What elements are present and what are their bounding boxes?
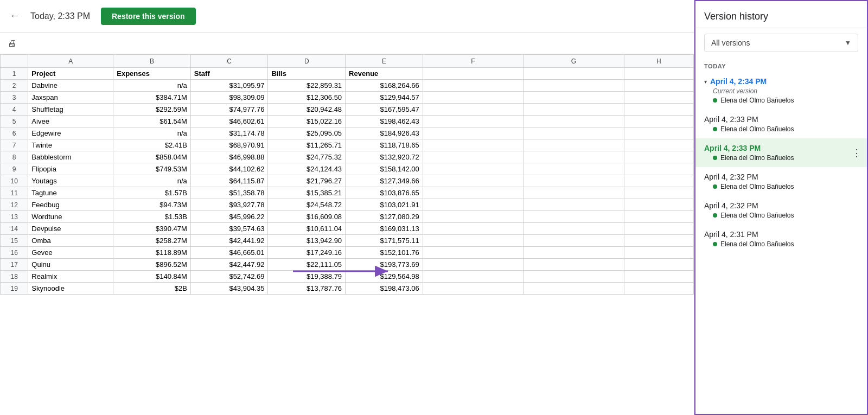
spreadsheet: A B C D E F G H 1ProjectExpensesStaffBil… bbox=[0, 54, 694, 295]
cell-c: $68,970.91 bbox=[190, 139, 268, 151]
cell-c: $31,095.97 bbox=[190, 80, 268, 92]
version-entry[interactable]: April 4, 2:32 PMElena del Olmo Bañuelos bbox=[695, 196, 867, 225]
cell-b: n/a bbox=[113, 175, 191, 187]
more-options-button[interactable]: ⋮ bbox=[852, 147, 861, 159]
cell-b: $292.59M bbox=[113, 104, 191, 116]
cell-e: $193,773.69 bbox=[346, 259, 423, 271]
cell-e: $171,575.11 bbox=[346, 235, 423, 247]
cell-b: $61.54M bbox=[113, 116, 191, 127]
cell-h bbox=[624, 247, 693, 259]
cell-b: $2B bbox=[113, 283, 191, 295]
version-user: Elena del Olmo Bañuelos bbox=[713, 183, 858, 190]
cell-h bbox=[624, 151, 693, 163]
cell-e: $169,031.13 bbox=[346, 223, 423, 235]
version-user: Elena del Olmo Bañuelos bbox=[713, 125, 858, 133]
filter-dropdown[interactable]: All versions ▼ bbox=[704, 34, 858, 52]
cell-b: $140.84M bbox=[113, 271, 191, 283]
cell-b: $118.89M bbox=[113, 247, 191, 259]
cell-e: $168,264.66 bbox=[346, 80, 423, 92]
cell-a: Project bbox=[28, 68, 113, 80]
cell-d: $12,306.50 bbox=[268, 92, 346, 104]
col-header-g: G bbox=[524, 55, 624, 68]
user-dot-icon bbox=[713, 213, 717, 218]
cell-c: $45,996.22 bbox=[190, 211, 268, 223]
version-entry[interactable]: ▾April 4, 2:34 PMCurrent versionElena de… bbox=[695, 72, 867, 110]
cell-c: $42,441.92 bbox=[190, 235, 268, 247]
table-row: 7Twinte$2.41B$68,970.91$11,265.71$118,71… bbox=[1, 139, 694, 151]
cell-h bbox=[624, 80, 693, 92]
cell-g bbox=[524, 139, 624, 151]
cell-c: $46,998.88 bbox=[190, 151, 268, 163]
cell-e: $198,462.43 bbox=[346, 116, 423, 127]
cell-b: n/a bbox=[113, 80, 191, 92]
version-entry[interactable]: April 4, 2:33 PMElena del Olmo Bañuelos bbox=[695, 110, 867, 138]
cell-f bbox=[423, 68, 523, 80]
cell-g bbox=[524, 223, 624, 235]
left-panel: ← Today, 2:33 PM Restore this version 🖨 bbox=[0, 0, 694, 415]
cell-e: $158,142.00 bbox=[346, 163, 423, 175]
version-history-title: Version history bbox=[695, 1, 867, 28]
cell-g bbox=[524, 259, 624, 271]
cell-a: Aivee bbox=[28, 116, 113, 127]
cell-d: $11,265.71 bbox=[268, 139, 346, 151]
filter-arrow-icon: ▼ bbox=[845, 39, 851, 47]
cell-e: $127,349.66 bbox=[346, 175, 423, 187]
user-dot-icon bbox=[713, 156, 717, 160]
version-entry[interactable]: April 4, 2:32 PMElena del Olmo Bañuelos bbox=[695, 167, 867, 196]
cell-c: Staff bbox=[190, 68, 268, 80]
cell-c: $39,574.63 bbox=[190, 223, 268, 235]
cell-d: $17,249.16 bbox=[268, 247, 346, 259]
user-name: Elena del Olmo Bañuelos bbox=[720, 125, 794, 133]
cell-a: Dabvine bbox=[28, 80, 113, 92]
version-entry[interactable]: April 4, 2:31 PMElena del Olmo Bañuelos bbox=[695, 225, 867, 253]
cell-e: $103,876.65 bbox=[346, 187, 423, 199]
cell-e: $198,473.06 bbox=[346, 283, 423, 295]
version-entry-top: April 4, 2:31 PM bbox=[704, 230, 858, 239]
expand-arrow-icon: ▾ bbox=[704, 79, 707, 85]
current-version-label: Current version bbox=[713, 87, 858, 95]
cell-h bbox=[624, 175, 693, 187]
cell-h bbox=[624, 283, 693, 295]
cell-h bbox=[624, 92, 693, 104]
back-button[interactable]: ← bbox=[10, 10, 20, 22]
cell-h bbox=[624, 104, 693, 116]
cell-f bbox=[423, 283, 523, 295]
cell-g bbox=[524, 175, 624, 187]
cell-g bbox=[524, 271, 624, 283]
cell-e: $129,564.98 bbox=[346, 271, 423, 283]
cell-c: $52,742.69 bbox=[190, 271, 268, 283]
row-number: 6 bbox=[1, 127, 28, 139]
restore-button[interactable]: Restore this version bbox=[101, 8, 196, 25]
version-entry-top: April 4, 2:32 PM bbox=[704, 173, 858, 181]
cell-f bbox=[423, 187, 523, 199]
cell-d: Bills bbox=[268, 68, 346, 80]
cell-d: $13,942.90 bbox=[268, 235, 346, 247]
cell-h bbox=[624, 116, 693, 127]
user-name: Elena del Olmo Bañuelos bbox=[720, 212, 794, 219]
table-row: 17Quinu$896.52M$42,447.92$22,111.05$193,… bbox=[1, 259, 694, 271]
cell-a: Babblestorm bbox=[28, 151, 113, 163]
cell-a: Feedbug bbox=[28, 199, 113, 211]
today-section-label: TODAY bbox=[695, 58, 867, 72]
table-row: 9Flipopia$749.53M$44,102.62$24,124.43$15… bbox=[1, 163, 694, 175]
table-row: 1ProjectExpensesStaffBillsRevenue bbox=[1, 68, 694, 80]
print-icon[interactable]: 🖨 bbox=[8, 39, 16, 48]
cell-d: $21,796.27 bbox=[268, 175, 346, 187]
row-number: 1 bbox=[1, 68, 28, 80]
row-number: 7 bbox=[1, 139, 28, 151]
table-row: 12Feedbug$94.73M$93,927.78$24,548.72$103… bbox=[1, 199, 694, 211]
user-dot-icon bbox=[713, 242, 717, 246]
cell-a: Youtags bbox=[28, 175, 113, 187]
cell-d: $15,385.21 bbox=[268, 187, 346, 199]
cell-e: $132,920.72 bbox=[346, 151, 423, 163]
table-row: 4Shuffletag$292.59M$74,977.76$20,942.48$… bbox=[1, 104, 694, 116]
table-row: 15Omba$258.27M$42,441.92$13,942.90$171,5… bbox=[1, 235, 694, 247]
row-number: 8 bbox=[1, 151, 28, 163]
row-number: 19 bbox=[1, 283, 28, 295]
cell-f bbox=[423, 199, 523, 211]
row-number: 14 bbox=[1, 223, 28, 235]
cell-f bbox=[423, 271, 523, 283]
version-entry[interactable]: April 4, 2:33 PMElena del Olmo Bañuelos⋮ bbox=[695, 138, 867, 167]
version-user: Elena del Olmo Bañuelos bbox=[713, 240, 858, 248]
row-number: 3 bbox=[1, 92, 28, 104]
